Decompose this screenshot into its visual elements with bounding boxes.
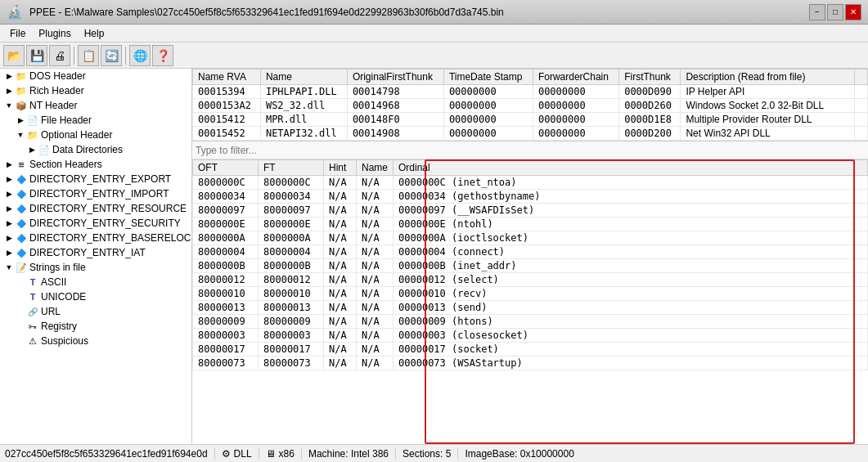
- tree-dir-iat[interactable]: ▶ DIRECTORY_ENTRY_IAT: [0, 245, 191, 260]
- copy-button[interactable]: 📋: [78, 45, 99, 66]
- folder-icon-rich: [15, 84, 28, 97]
- tree-data-directories[interactable]: ▶ Data Directories: [0, 142, 191, 157]
- tree-registry[interactable]: Registry: [0, 319, 191, 334]
- tree-url[interactable]: URL: [0, 304, 191, 319]
- dir-icon-iat: [15, 246, 28, 259]
- table-cell: N/A: [357, 301, 394, 315]
- table-cell: N/A: [324, 218, 357, 231]
- dir-security-label: DIRECTORY_ENTRY_SECURITY: [29, 218, 181, 229]
- rich-header-label: Rich Header: [29, 85, 84, 96]
- reg-icon-registry: [26, 320, 39, 333]
- status-arch-text: x86: [279, 448, 295, 460]
- refresh-button[interactable]: 🔄: [101, 45, 122, 66]
- table-row: 00015452NETAPI32.dll00014908000000000000…: [193, 127, 868, 141]
- ordinal-cell: 00000017 (socket): [394, 343, 868, 357]
- dir-import-label: DIRECTORY_ENTRY_IMPORT: [29, 188, 169, 200]
- dir-icon-basereloc: [15, 231, 28, 244]
- ordinal-cell: 00000012 (select): [394, 273, 868, 287]
- open-button[interactable]: 📂: [3, 45, 25, 66]
- table-cell: N/A: [357, 273, 394, 287]
- print-button[interactable]: 🖨: [49, 45, 70, 66]
- table-cell: N/A: [357, 245, 394, 259]
- ordinal-cell: 00000073 (WSAStartup): [394, 357, 868, 370]
- status-sections: Sections: 5: [403, 448, 458, 460]
- table-cell: N/A: [357, 204, 394, 218]
- main-area: ▶ DOS Header ▶ Rich Header ▼ NT Header ▶…: [0, 69, 868, 444]
- table-cell: 8000000A: [259, 231, 324, 245]
- dir-resource-label: DIRECTORY_ENTRY_RESOURCE: [29, 203, 187, 214]
- table-cell: 8000000B: [193, 259, 259, 273]
- folder-icon-dos: [15, 70, 28, 83]
- menu-file[interactable]: File: [3, 26, 32, 41]
- dir-export-label: DIRECTORY_ENTRY_EXPORT: [29, 173, 171, 185]
- table-cell: 80000010: [193, 287, 259, 301]
- table-cell: 0000153A2: [193, 99, 261, 113]
- title-text: PPEE - E:\Malware Samples\027cc450ef5f8c…: [29, 7, 504, 18]
- table-cell: 80000004: [193, 245, 259, 259]
- tree-rich-header[interactable]: ▶ Rich Header: [0, 83, 191, 98]
- import-table-container: OFT FT Hint Name Ordinal 8000000C8000000…: [192, 159, 868, 444]
- help-button[interactable]: ❓: [152, 45, 173, 66]
- list-item: 8000003480000034N/AN/A00000034 (gethostb…: [193, 190, 868, 204]
- list-item: 8000009780000097N/AN/A00000097 (__WSAFDI…: [193, 204, 868, 218]
- tree-strings-in-file[interactable]: ▼ Strings in file: [0, 260, 191, 275]
- window-controls: − □ ✕: [809, 4, 861, 20]
- table-cell: 80000017: [193, 343, 259, 357]
- tree-section-headers[interactable]: ▶ Section Headers: [0, 157, 191, 172]
- status-machine-text: Machine: Intel 386: [308, 448, 389, 460]
- tree-dir-export[interactable]: ▶ DIRECTORY_ENTRY_EXPORT: [0, 172, 191, 186]
- dir-icon-security: [15, 217, 28, 230]
- tree-nt-header[interactable]: ▼ NT Header: [0, 98, 191, 113]
- table-cell: 80000017: [259, 343, 324, 357]
- tree-unicode[interactable]: UNICODE: [0, 289, 191, 304]
- table-cell: N/A: [357, 231, 394, 245]
- minimize-button[interactable]: −: [809, 4, 825, 20]
- tree-suspicious[interactable]: Suspicious: [0, 334, 191, 348]
- table-cell: 80000010: [259, 287, 324, 301]
- tree-ascii[interactable]: ASCII: [0, 275, 191, 289]
- close-button[interactable]: ✕: [845, 4, 861, 20]
- table-cell: 80000009: [259, 315, 324, 329]
- file-header-label: File Header: [41, 114, 92, 126]
- ordinal-cell: 00000097 (__WSAFDIsSet): [394, 204, 868, 218]
- table-cell: 80000097: [193, 204, 259, 218]
- expand-resource: ▶: [3, 204, 15, 213]
- list-icon-sechdr: [15, 158, 28, 171]
- globe-button[interactable]: 🌐: [129, 45, 151, 66]
- tree-dos-header[interactable]: ▶ DOS Header: [0, 69, 191, 83]
- tree-dir-import[interactable]: ▶ DIRECTORY_ENTRY_IMPORT: [0, 186, 191, 201]
- tree-optional-header[interactable]: ▼ Optional Header: [0, 128, 191, 142]
- tree-dir-resource[interactable]: ▶ DIRECTORY_ENTRY_RESOURCE: [0, 201, 191, 216]
- list-item: 8000001080000010N/AN/A00000010 (recv): [193, 287, 868, 301]
- status-sections-text: Sections: 5: [403, 448, 451, 460]
- tree-file-header[interactable]: ▶ File Header: [0, 113, 191, 128]
- dir-icon-resource: [15, 202, 28, 215]
- tree-dir-basereloc[interactable]: ▶ DIRECTORY_ENTRY_BASERELOC: [0, 231, 191, 245]
- table-cell-extra: [855, 99, 868, 113]
- table-cell: 80000009: [193, 315, 259, 329]
- right-panel: Name RVA Name OriginalFirstThunk TimeDat…: [192, 69, 868, 444]
- table-cell: N/A: [357, 176, 394, 190]
- col-forwarder-chain: ForwarderChain: [533, 70, 618, 85]
- table-cell: 80000013: [193, 301, 259, 315]
- table-cell: 00014968: [347, 99, 443, 113]
- restore-button[interactable]: □: [827, 4, 843, 20]
- table-cell: 00000000: [443, 99, 533, 113]
- table-cell: 80000073: [193, 357, 259, 370]
- save-button[interactable]: 💾: [26, 45, 47, 66]
- table-header-row: Name RVA Name OriginalFirstThunk TimeDat…: [193, 70, 868, 85]
- table-cell: 0000D090: [619, 85, 681, 99]
- expand-security: ▶: [3, 219, 15, 227]
- table-cell: N/A: [324, 273, 357, 287]
- toolbar: 📂 💾 🖨 📋 🔄 🌐 ❓: [0, 43, 868, 69]
- tree-dir-security[interactable]: ▶ DIRECTORY_ENTRY_SECURITY: [0, 216, 191, 231]
- expand-sechdr: ▶: [3, 160, 15, 168]
- import-descriptor-table: Name RVA Name OriginalFirstThunk TimeDat…: [192, 69, 868, 141]
- filter-input[interactable]: [196, 145, 865, 156]
- table-cell: N/A: [357, 190, 394, 204]
- table-cell: 00015394: [193, 85, 261, 99]
- table-cell: 00000000: [443, 113, 533, 127]
- col-oft: OFT: [193, 160, 259, 176]
- menu-help[interactable]: Help: [78, 26, 111, 41]
- menu-plugins[interactable]: Plugins: [32, 26, 77, 41]
